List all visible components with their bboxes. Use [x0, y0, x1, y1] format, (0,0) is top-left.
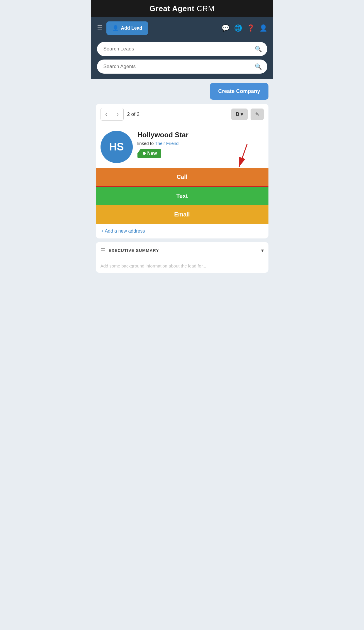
top-bar: Great Agent CRM: [91, 0, 273, 17]
main-content: Create Company ‹ › 2 of 2 B ▾ ✎: [91, 79, 273, 277]
create-company-label: Create Company: [218, 88, 260, 94]
exec-summary-section: ☰ EXECUTIVE SUMMARY ▾ Add some backgroun…: [96, 242, 268, 273]
next-arrow-button[interactable]: ›: [112, 108, 123, 120]
add-lead-label: Add Lead: [121, 26, 142, 31]
person-icon: 👤: [112, 25, 119, 31]
text-button[interactable]: Text: [96, 186, 268, 205]
search-section: 🔍 🔍: [91, 39, 273, 79]
globe-icon[interactable]: 🌐: [234, 24, 242, 32]
edit-button[interactable]: ✎: [251, 109, 264, 120]
pagination-text: 2 of 2: [127, 111, 140, 117]
app-title-light: CRM: [194, 4, 214, 13]
search-leads-wrapper: 🔍: [97, 42, 267, 56]
filter-label: B: [236, 112, 239, 117]
nav-arrows: ‹ ›: [101, 108, 124, 121]
card-header-actions: B ▾ ✎: [231, 109, 264, 120]
lead-card: ‹ › 2 of 2 B ▾ ✎ HS Hollywood Star: [96, 104, 268, 238]
email-button[interactable]: Email: [96, 205, 268, 224]
app-title-bold: Great Agent: [149, 4, 194, 13]
profile-icon[interactable]: 👤: [259, 24, 267, 32]
action-buttons: Call Text Email: [96, 168, 268, 224]
filter-button[interactable]: B ▾: [231, 109, 248, 120]
app-title: Great Agent CRM: [149, 4, 215, 13]
exec-summary-header[interactable]: ☰ EXECUTIVE SUMMARY ▾: [96, 242, 268, 259]
search-leads-input[interactable]: [97, 42, 267, 56]
add-address-link[interactable]: + Add a new address: [96, 224, 268, 238]
exec-summary-left: ☰ EXECUTIVE SUMMARY: [101, 247, 159, 254]
status-label: New: [147, 151, 157, 156]
chat-icon[interactable]: 💬: [222, 24, 229, 32]
nav-bar: ☰ 👤 Add Lead 💬 🌐 ❓ 👤: [91, 17, 273, 39]
avatar: HS: [101, 131, 133, 163]
call-button[interactable]: Call: [96, 168, 268, 186]
status-dot: [143, 152, 146, 155]
add-address-label: + Add a new address: [101, 228, 145, 233]
create-company-button[interactable]: Create Company: [210, 83, 268, 100]
lead-profile: HS Hollywood Star linked to Their Friend…: [96, 125, 268, 168]
create-company-row: Create Company: [96, 83, 268, 100]
exec-summary-body: Add some background information about th…: [96, 259, 268, 273]
search-agents-icon: 🔍: [255, 63, 262, 70]
nav-icons: 💬 🌐 ❓ 👤: [222, 24, 267, 32]
linked-to-link[interactable]: Their Friend: [155, 141, 179, 146]
help-icon[interactable]: ❓: [247, 24, 255, 32]
search-agents-input[interactable]: [97, 60, 267, 74]
edit-icon: ✎: [255, 112, 259, 117]
search-leads-icon: 🔍: [255, 45, 262, 52]
linked-to: linked to Their Friend: [137, 141, 264, 146]
hamburger-icon[interactable]: ☰: [97, 24, 103, 32]
add-lead-button[interactable]: 👤 Add Lead: [106, 21, 148, 35]
reorder-icon: ☰: [101, 247, 105, 254]
status-badge: New: [137, 149, 161, 158]
lead-name: Hollywood Star: [137, 131, 264, 139]
exec-summary-placeholder: Add some background information about th…: [101, 263, 206, 268]
text-label: Text: [176, 193, 188, 199]
email-label: Email: [174, 211, 190, 218]
prev-arrow-button[interactable]: ‹: [101, 108, 112, 120]
card-header: ‹ › 2 of 2 B ▾ ✎: [96, 104, 268, 125]
call-label: Call: [177, 174, 188, 180]
search-agents-wrapper: 🔍: [97, 60, 267, 74]
chevron-down-icon: ▾: [261, 247, 264, 254]
linked-to-label: linked to: [137, 141, 154, 146]
exec-summary-title: EXECUTIVE SUMMARY: [109, 248, 159, 253]
lead-info: Hollywood Star linked to Their Friend Ne…: [137, 131, 264, 158]
avatar-initials: HS: [109, 141, 124, 153]
filter-chevron-icon: ▾: [241, 111, 243, 117]
